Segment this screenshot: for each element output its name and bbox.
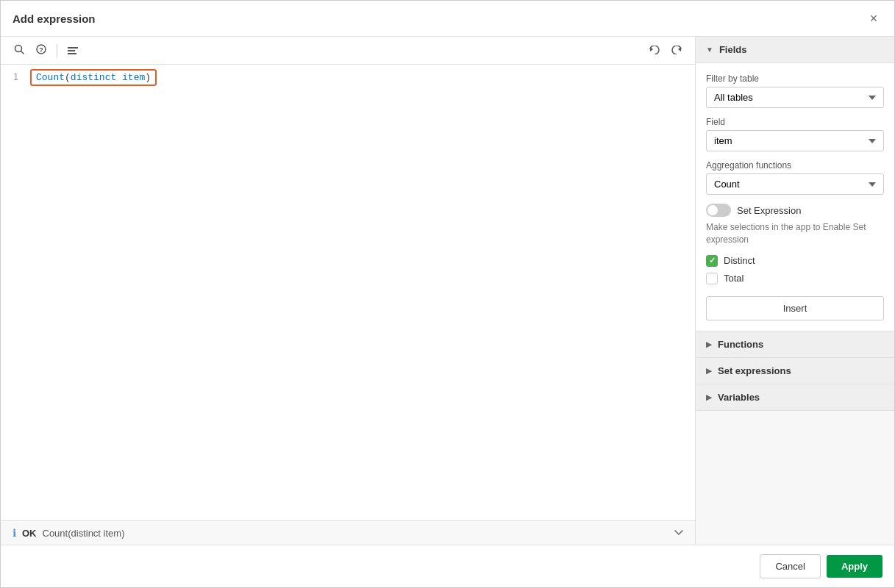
aggregation-group: Aggregation functions Count — [706, 160, 884, 195]
set-expressions-chevron-icon: ▶ — [706, 367, 712, 375]
svg-rect-6 — [68, 53, 76, 54]
line-number: 1 — [1, 71, 27, 82]
redo-button[interactable] — [667, 42, 686, 60]
editor-panel: ? — [1, 37, 696, 545]
help-button[interactable]: ? — [32, 41, 51, 60]
keyword-distinct: distinct — [71, 72, 116, 83]
code-editor[interactable]: 1 Count(distinct item) — [1, 65, 695, 520]
cancel-button[interactable]: Cancel — [760, 554, 820, 578]
snippet-button[interactable] — [63, 42, 82, 60]
search-icon — [14, 44, 24, 57]
functions-section-header[interactable]: ▶ Functions — [696, 331, 894, 358]
fields-section-body: Filter by table All tables Field item Ag… — [696, 63, 894, 331]
status-ok-label: OK — [22, 528, 37, 539]
toolbar-divider — [57, 44, 57, 57]
functions-section-label: Functions — [718, 339, 763, 350]
dialog-footer: Cancel Apply — [1, 545, 894, 587]
snippet-icon — [68, 45, 78, 57]
set-expression-label: Set Expression — [737, 205, 801, 216]
filter-table-label: Filter by table — [706, 74, 884, 84]
field-group: Field item — [706, 117, 884, 151]
fields-section-header[interactable]: ▼ Fields — [696, 37, 894, 63]
keyword-count: Count — [36, 72, 65, 83]
variables-chevron-icon: ▶ — [706, 393, 712, 401]
dialog-header: Add expression × — [1, 1, 894, 37]
keyword-item: item — [122, 72, 145, 83]
total-label: Total — [724, 273, 744, 284]
svg-marker-7 — [650, 47, 653, 51]
variables-section-header[interactable]: ▶ Variables — [696, 384, 894, 411]
set-expressions-section-header[interactable]: ▶ Set expressions — [696, 358, 894, 384]
add-expression-dialog: Add expression × — [0, 0, 895, 588]
right-panel: ▼ Fields Filter by table All tables Fiel… — [696, 37, 894, 545]
svg-text:?: ? — [39, 46, 43, 54]
filter-table-select[interactable]: All tables — [706, 87, 884, 108]
editor-toolbar: ? — [1, 37, 695, 65]
insert-button[interactable]: Insert — [706, 296, 884, 320]
aggregation-label: Aggregation functions — [706, 160, 884, 171]
info-icon: ℹ — [13, 527, 16, 539]
distinct-label: Distinct — [724, 255, 755, 266]
redo-icon — [671, 45, 682, 57]
set-expression-toggle-slider[interactable] — [706, 204, 731, 217]
status-expand-button[interactable] — [674, 528, 683, 538]
status-bar: ℹ OK Count(distinct item) — [1, 520, 695, 545]
svg-line-1 — [21, 51, 24, 54]
set-expressions-section-label: Set expressions — [718, 365, 791, 376]
total-checkbox[interactable] — [706, 273, 718, 284]
distinct-checkbox[interactable] — [706, 255, 718, 267]
dialog-body: ? — [1, 37, 894, 545]
search-button[interactable] — [10, 41, 29, 60]
svg-rect-4 — [68, 47, 78, 49]
close-button[interactable]: × — [865, 10, 882, 27]
undo-button[interactable] — [645, 42, 664, 60]
aggregation-select[interactable]: Count — [706, 173, 884, 195]
functions-chevron-icon: ▶ — [706, 340, 712, 348]
undo-icon — [649, 45, 660, 57]
variables-section-label: Variables — [718, 392, 760, 403]
set-expression-hint: Make selections in the app to Enable Set… — [706, 221, 884, 246]
undo-redo-group — [645, 42, 686, 60]
help-icon: ? — [36, 44, 46, 57]
field-select[interactable]: item — [706, 130, 884, 151]
apply-button[interactable]: Apply — [827, 555, 882, 578]
dialog-title: Add expression — [13, 12, 96, 25]
set-expression-toggle: Set Expression — [706, 204, 884, 217]
field-label: Field — [706, 117, 884, 127]
svg-rect-5 — [68, 50, 75, 51]
fields-section-label: Fields — [719, 44, 747, 55]
code-content: Count(distinct item) — [27, 71, 160, 85]
total-row: Total — [706, 273, 884, 284]
code-highlighted: Count(distinct item) — [30, 69, 157, 86]
status-expression: Count(distinct item) — [43, 528, 125, 539]
svg-marker-8 — [678, 47, 681, 51]
code-line-1: 1 Count(distinct item) — [1, 71, 695, 88]
filter-table-group: Filter by table All tables — [706, 74, 884, 108]
distinct-row: Distinct — [706, 255, 884, 267]
fields-chevron-icon: ▼ — [706, 46, 713, 54]
